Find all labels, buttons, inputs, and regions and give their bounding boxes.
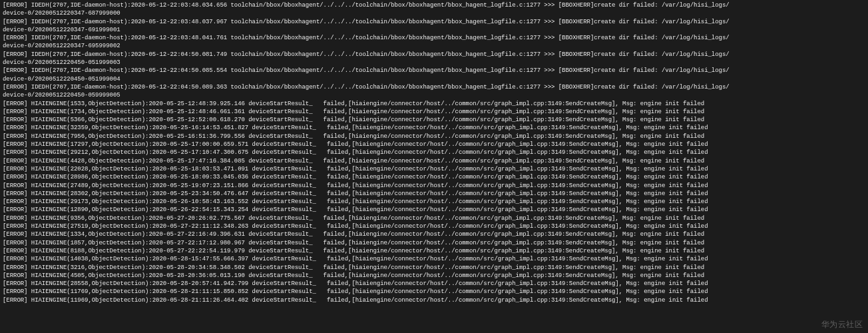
log-output[interactable]: [ERROR] IDEDH(2707,IDE-daemon-host):2020… [0,0,868,304]
watermark-text: 华为云社区 [821,319,863,330]
terminal-window: [ERROR] IDEDH(2707,IDE-daemon-host):2020… [0,0,868,333]
